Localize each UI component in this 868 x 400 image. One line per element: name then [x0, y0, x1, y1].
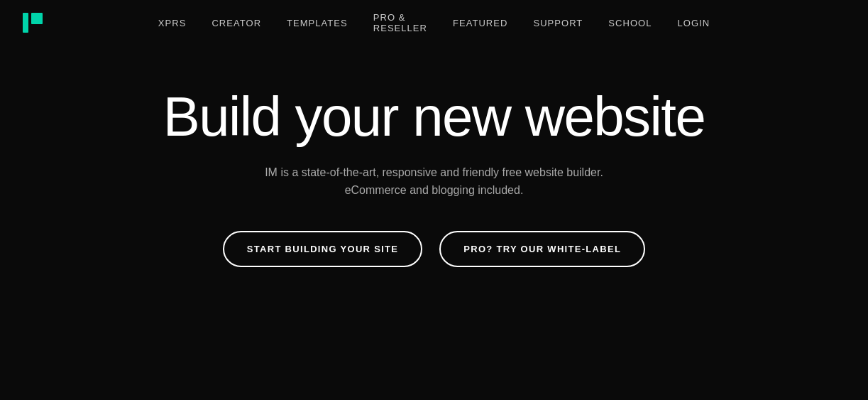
hero-title: Build your new website [163, 88, 705, 146]
logo-bar-right [31, 13, 43, 24]
nav-item-login[interactable]: LOGIN [677, 18, 710, 28]
nav-item-templates[interactable]: TEMPLATES [287, 18, 348, 28]
start-building-button[interactable]: START BUILDING YOUR SITE [223, 231, 422, 267]
nav-item-school[interactable]: SCHOOL [608, 18, 652, 28]
nav-item-support[interactable]: SUPPORT [533, 18, 583, 28]
nav-item-creator[interactable]: CREATOR [211, 18, 261, 28]
hero-subtitle-line1: IM is a state-of-the-art, responsive and… [265, 166, 603, 178]
hero-section: Build your new website IM is a state-of-… [0, 45, 868, 267]
nav-item-featured[interactable]: FEATURED [453, 18, 507, 28]
hero-buttons: START BUILDING YOUR SITE PRO? TRY OUR WH… [223, 231, 645, 267]
nav-item-xprs[interactable]: XPRS [158, 18, 187, 28]
hero-subtitle: IM is a state-of-the-art, responsive and… [265, 163, 603, 200]
nav-item-pro-reseller[interactable]: PRO & RESELLER [373, 12, 427, 33]
logo-icon [23, 13, 45, 33]
logo [23, 13, 45, 33]
header: XPRS CREATOR TEMPLATES PRO & RESELLER FE… [0, 0, 868, 45]
hero-subtitle-line2: eCommerce and blogging included. [345, 184, 524, 196]
logo-bar-left [23, 13, 28, 33]
pro-white-label-button[interactable]: PRO? TRY OUR WHITE-LABEL [439, 231, 645, 267]
main-nav: XPRS CREATOR TEMPLATES PRO & RESELLER FE… [158, 12, 710, 33]
